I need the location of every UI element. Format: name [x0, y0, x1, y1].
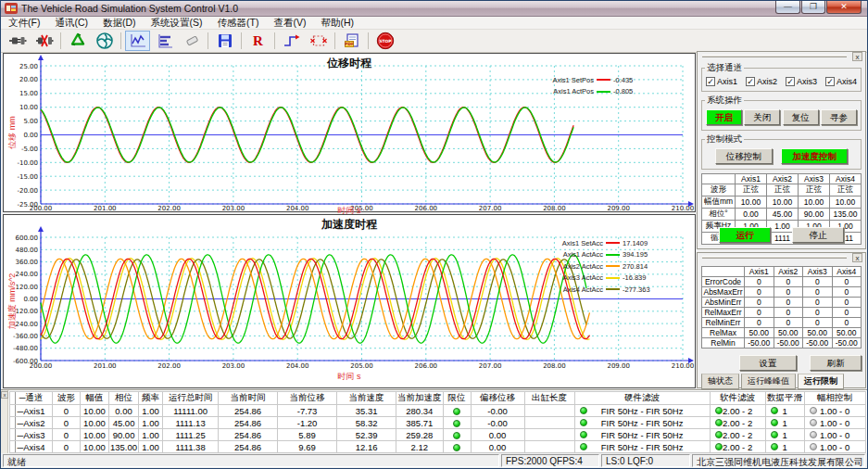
- menu-data[interactable]: 数据(D): [95, 17, 144, 30]
- settings-button[interactable]: 设置: [739, 355, 797, 371]
- total_time-cell: 11111.00: [163, 405, 219, 417]
- recycle-button[interactable]: [65, 31, 90, 51]
- bottom-panel-close-icon[interactable]: x: [1, 391, 8, 399]
- close-system-button[interactable]: 关闭: [744, 109, 780, 125]
- cell[interactable]: 正弦: [799, 184, 830, 196]
- line-chart-button[interactable]: [125, 31, 150, 51]
- cell[interactable]: 正弦: [830, 184, 862, 196]
- minimize-button[interactable]: —: [775, 1, 800, 14]
- eraser-button[interactable]: [179, 31, 204, 51]
- panel-grip[interactable]: [702, 55, 847, 57]
- amp_phase-cell: 1.00 - 0: [804, 417, 865, 429]
- menu-view[interactable]: 查看(V): [267, 17, 314, 30]
- channel-data-panel: x ─通道波形幅值相位频率运行总时间当前时间当前位移当前速度当前加速度限位偏移位…: [1, 389, 867, 453]
- cell: 0: [832, 287, 862, 298]
- svg-text:15.00: 15.00: [19, 90, 38, 97]
- cur_time-cell: 254.86: [219, 429, 278, 441]
- save-button[interactable]: [212, 31, 237, 51]
- row-label: RelMinErr: [702, 318, 745, 328]
- channel-row[interactable]: ─Axis3010.0090.001.001111.25254.865.8952…: [10, 429, 866, 441]
- channel-row[interactable]: ─Axis1010.000.001.0011111.00254.86-7.733…: [10, 405, 866, 417]
- displacement-control-button[interactable]: 位移控制: [715, 148, 773, 164]
- phase-cell: 45.00: [109, 417, 139, 429]
- channel-row[interactable]: ─Axis2010.0045.001.001111.13254.86-1.205…: [10, 417, 866, 429]
- checkbox-axis4[interactable]: ✓Axis4: [825, 77, 857, 86]
- selection-box-button[interactable]: [306, 31, 331, 51]
- r-icon: R: [253, 34, 263, 48]
- refresh-button[interactable]: 刷新: [810, 355, 862, 371]
- tab-axis-status[interactable]: 轴状态: [701, 374, 739, 389]
- cur_vel-cell: 35.31: [337, 405, 396, 417]
- recycle-icon: [69, 32, 87, 50]
- menu-file[interactable]: 文件(F): [1, 17, 47, 30]
- sw_filter-cell: 2.00 - 2: [710, 417, 765, 429]
- menu-sensors[interactable]: 传感器(T): [210, 17, 267, 30]
- cur_vel-cell: 52.39: [337, 429, 396, 441]
- panel-close-icon[interactable]: x: [852, 253, 862, 262]
- panel-grip[interactable]: [702, 256, 847, 259]
- amp_phase-status-icon: [810, 407, 817, 414]
- panel-header: x: [698, 52, 865, 61]
- smooth-cell: 1: [765, 405, 804, 417]
- report-button[interactable]: PDF: [339, 31, 364, 51]
- cell[interactable]: 90.00: [799, 209, 830, 221]
- cell[interactable]: 135.00: [830, 209, 862, 221]
- channel-row[interactable]: ─Axis4010.00135.001.001111.38254.869.691…: [10, 441, 866, 453]
- legend-entry: Axis1 ActAcc394.195: [562, 249, 656, 261]
- svg-text:20.00: 20.00: [19, 76, 38, 83]
- open-button[interactable]: 开启: [706, 109, 742, 125]
- row-label: RelMin: [702, 338, 745, 349]
- cell[interactable]: 正弦: [736, 184, 767, 196]
- checkbox-axis3[interactable]: ✓Axis3: [786, 77, 817, 86]
- cur_acc-cell: 259.28: [396, 429, 444, 441]
- channel-data-table: ─通道波形幅值相位频率运行总时间当前时间当前位移当前速度当前加速度限位偏移位移出…: [9, 391, 867, 453]
- menu-help[interactable]: 帮助(H): [314, 17, 362, 30]
- checkbox-axis2[interactable]: ✓Axis2: [746, 77, 777, 86]
- svg-text:360.00: 360.00: [16, 259, 39, 266]
- bar-chart-button[interactable]: [152, 31, 177, 51]
- run-button[interactable]: 运行: [719, 227, 771, 243]
- offset-cell: 0.00: [471, 441, 524, 453]
- home-button[interactable]: 寻参: [821, 109, 857, 125]
- tab-run-peak[interactable]: 运行峰峰值: [741, 374, 796, 389]
- smooth-cell: 1: [765, 429, 804, 441]
- stop-button[interactable]: STOP: [372, 31, 397, 51]
- bottom-panel-grip[interactable]: x: [1, 390, 8, 453]
- acceleration-control-button[interactable]: 加速度控制: [781, 148, 848, 164]
- maximize-button[interactable]: ❐: [801, 1, 825, 14]
- checkbox-axis1[interactable]: ✓Axis1: [706, 77, 737, 86]
- cyl_len-cell: [524, 441, 574, 453]
- phase-cell: 0.00: [109, 405, 139, 417]
- cell[interactable]: 10.00: [767, 196, 799, 209]
- cell: -50.00: [803, 338, 833, 349]
- menu-comm[interactable]: 通讯(C): [47, 17, 95, 30]
- panel-close-icon[interactable]: x: [852, 52, 862, 61]
- cell: 0: [745, 318, 774, 328]
- reset-button[interactable]: R: [245, 31, 270, 51]
- tab-run-limits[interactable]: 运行限制: [798, 374, 844, 389]
- total_time-cell: 1111.13: [163, 417, 219, 429]
- connect-button[interactable]: [5, 31, 30, 51]
- bar-chart-icon: [156, 32, 174, 50]
- close-button[interactable]: ✕: [826, 1, 862, 14]
- cell[interactable]: 10.00: [830, 196, 862, 209]
- stop-run-button[interactable]: 停止: [792, 227, 844, 243]
- disconnect-button[interactable]: [31, 31, 57, 51]
- row-label: 幅值mm: [702, 196, 736, 209]
- cell[interactable]: 0.00: [736, 209, 767, 221]
- cell[interactable]: 10.00: [799, 196, 830, 209]
- table-row: AbsMinErr0000: [702, 298, 862, 308]
- menu-system-settings[interactable]: 系统设置(S): [144, 17, 210, 30]
- cell[interactable]: 10.00: [736, 196, 767, 209]
- reset-system-button[interactable]: 复位: [783, 109, 819, 125]
- svg-text:209.00: 209.00: [607, 362, 630, 370]
- amplitude-cell: 10.00: [81, 405, 109, 417]
- cell[interactable]: 正弦: [767, 184, 799, 196]
- svg-text:-15.00: -15.00: [17, 173, 38, 181]
- cur_disp-cell: 9.69: [278, 441, 337, 453]
- cell[interactable]: 45.00: [767, 209, 799, 221]
- amp_phase-status-icon: [810, 443, 817, 450]
- chart-title: 加速度时程: [4, 217, 695, 233]
- fan-button[interactable]: [92, 31, 117, 51]
- step-signal-button[interactable]: [279, 31, 304, 51]
